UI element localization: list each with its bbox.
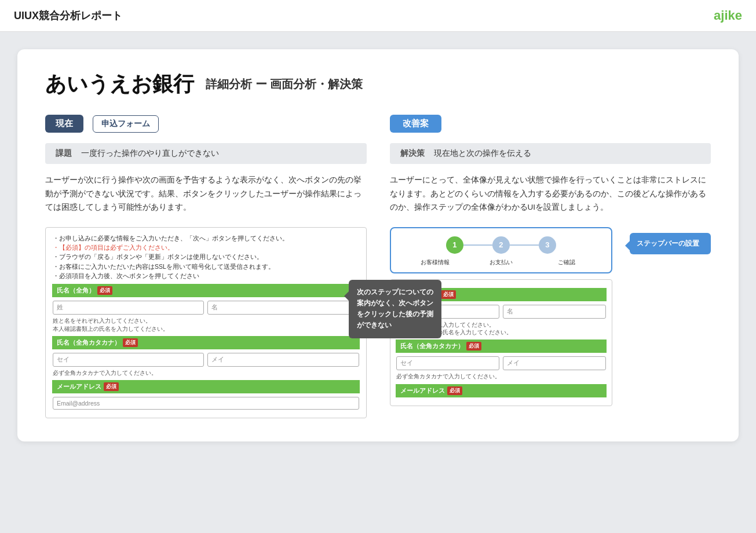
left-section-header: 現在 申込フォーム — [45, 115, 367, 133]
issue-label: 課題 — [56, 148, 72, 159]
imp-section2-required: 必須 — [466, 342, 481, 351]
left-form-mockup: ・お申し込みに必要な情報をご入力いただき、「次へ」ボタンを押してください。 ・【… — [45, 227, 367, 418]
intro-line1: ・お申し込みに必要な情報をご入力いただき、「次へ」ボタンを押してください。 — [53, 233, 359, 243]
intro-line5: ・必須項目を入力後、次へボタンを押してください — [53, 271, 359, 280]
step-bar: 1 2 3 — [403, 236, 600, 254]
intro-line3: ・ブラウザの「戻る」ボタンや「更新」ボタンは使用しないでください。 — [53, 252, 359, 261]
step-2-circle: 2 — [492, 236, 510, 254]
imp-section1-required: 必須 — [441, 290, 456, 299]
form-kana-row: セイ メイ — [53, 353, 359, 367]
step-connector-1 — [463, 244, 492, 246]
issue-text: 一度行った操作のやり直しができない — [81, 148, 219, 159]
form-kana-hint: 必ず全角カタカナで入力してください。 — [53, 369, 359, 377]
form-first-name[interactable]: 名 — [207, 301, 359, 315]
form-last-name[interactable]: 姓 — [53, 301, 204, 315]
step-1-label: お客様情報 — [403, 258, 469, 266]
imp-kana-hint: 必ず全角カタカナで入力してください。 — [396, 373, 607, 380]
callout-tooltip: 次のステップについての案内がなく、次へボタンをクリックした後の予測ができない — [349, 280, 441, 338]
form-section2-label: 氏名（全角カタカナ） — [57, 338, 120, 347]
form-section3-required: 必須 — [104, 382, 119, 391]
imp-section2-label: 氏名（全角カタカナ） — [400, 342, 464, 351]
solution-bar: 解決策 現在地と次の操作を伝える — [390, 143, 711, 164]
form-section3-header: メールアドレス 必須 — [52, 380, 360, 393]
imp-section3-label: メールアドレス — [400, 386, 445, 395]
logo-suffix: ike — [724, 8, 742, 23]
main-area: あいうえお銀行 詳細分析 ー 画面分析・解決策 現在 申込フォーム 課題 一度行… — [0, 32, 756, 459]
imp-kana-row: セイ メイ — [396, 356, 607, 370]
form-name-hint: 姓と名をそれぞれ入力してください。本人確認書類上の氏名を入力してください。 — [53, 317, 359, 333]
header: UIUX競合分析レポート ajike — [0, 0, 756, 32]
imp-section2-header: 氏名（全角カタカナ） 必須 — [396, 339, 607, 353]
left-column: 現在 申込フォーム 課題 一度行った操作のやり直しができない ユーザーが次に行う… — [45, 115, 367, 418]
imp-section3-header: メールアドレス 必須 — [396, 384, 607, 397]
intro-required: ・【必須】の項目は必ずご入力ください。 — [53, 243, 359, 252]
badge-improvement: 改善案 — [390, 115, 441, 133]
main-card: あいうえお銀行 詳細分析 ー 画面分析・解決策 現在 申込フォーム 課題 一度行… — [17, 49, 739, 441]
imp-section3-required: 必須 — [447, 386, 462, 395]
imp-last-kana[interactable]: セイ — [396, 356, 499, 370]
step-labels: お客様情報 お支払い ご確認 — [403, 258, 600, 266]
form-first-kana[interactable]: メイ — [207, 353, 359, 367]
form-section2-header: 氏名（全角カタカナ） 必須 — [52, 336, 360, 349]
stepbar-callout: ステップバーの設置 — [630, 233, 711, 254]
logo: ajike — [714, 8, 742, 23]
form-last-kana[interactable]: セイ — [53, 353, 204, 367]
form-intro: ・お申し込みに必要な情報をご入力いただき、「次へ」ボタンを押してください。 ・【… — [53, 233, 359, 280]
issue-bar: 課題 一度行った操作のやり直しができない — [45, 143, 367, 164]
form-email[interactable]: Email@address — [53, 397, 359, 410]
badge-form: 申込フォーム — [93, 115, 159, 133]
imp-first-kana[interactable]: メイ — [503, 356, 606, 370]
left-body-text: ユーザーが次に行う操作や次の画面を予告するような表示がなく、次へボタンの先の挙動… — [45, 173, 367, 214]
step-bar-wrapper: 1 2 3 お客様情報 お支払い ご確認 — [390, 227, 613, 273]
form-section3-label: メールアドレス — [57, 382, 101, 391]
form-section1-required: 必須 — [97, 286, 112, 295]
step-3-circle: 3 — [539, 236, 556, 254]
right-section-header: 改善案 — [390, 115, 711, 133]
stepbar-callout-text: ステップバーの設置 — [637, 239, 699, 247]
solution-label: 解決策 — [400, 148, 425, 159]
badge-current: 現在 — [45, 115, 83, 133]
solution-text: 現在地と次の操作を伝える — [434, 148, 531, 159]
header-title: UIUX競合分析レポート — [14, 9, 122, 23]
form-section2-required: 必須 — [123, 338, 138, 347]
card-subtitle: 詳細分析 ー 画面分析・解決策 — [206, 76, 363, 92]
form-section1-label: 氏名（全角） — [57, 286, 95, 295]
right-body-text: ユーザーにとって、全体像が見えない状態で操作を行っていくことは非常にストレスにな… — [390, 173, 711, 214]
step-1-circle: 1 — [446, 236, 463, 254]
step-3-label: ご確認 — [534, 258, 600, 266]
intro-line4: ・お客様にご入力いただいた内容はSSLを用いて暗号化して送受信されます。 — [53, 262, 359, 271]
right-column: 改善案 解決策 現在地と次の操作を伝える ユーザーにとって、全体像が見えない状態… — [390, 115, 711, 418]
card-title: あいうえお銀行 詳細分析 ー 画面分析・解決策 — [45, 70, 711, 98]
step-connector-2 — [510, 244, 539, 246]
step-2-label: お支払い — [468, 258, 534, 266]
bank-name: あいうえお銀行 — [45, 70, 194, 98]
logo-prefix: a — [714, 8, 721, 23]
form-name-row: 姓 名 — [53, 301, 359, 315]
form-section1-header: 氏名（全角） 必須 — [52, 284, 360, 297]
imp-first-name[interactable]: 名 — [503, 305, 606, 319]
two-col-layout: 現在 申込フォーム 課題 一度行った操作のやり直しができない ユーザーが次に行う… — [45, 115, 711, 418]
